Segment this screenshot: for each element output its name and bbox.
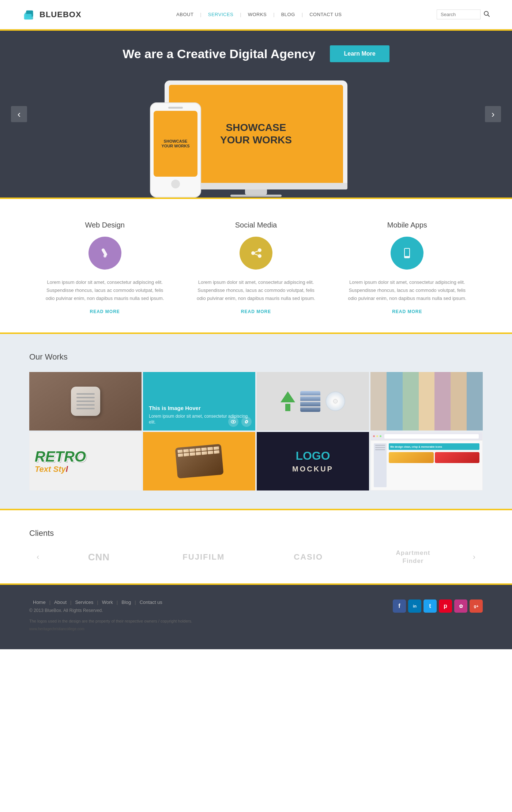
nav-blog[interactable]: BLOG (275, 12, 302, 17)
work-item-7[interactable]: LOGO MOCKUP (257, 432, 369, 490)
keyboard-icon (175, 444, 223, 479)
hero-top: We are a Creative Digital Agency Learn M… (123, 31, 389, 69)
main-nav: ABOUT | SERVICES | WORKS | BLOG | CONTAC… (170, 12, 348, 17)
clients-row: ‹ CNN FUJIFILM CASIO ApartmentFinder › (29, 549, 483, 565)
svg-point-9 (258, 254, 261, 258)
footer-link-about[interactable]: About (50, 599, 70, 605)
our-works-section: Our Works This is Image Hover (0, 332, 512, 509)
logo-text: BLUEBOX (39, 10, 82, 19)
social-facebook[interactable]: f (393, 599, 406, 613)
service-social-media: Social Media Lorem ipsum dolor sit amet,… (180, 221, 331, 314)
logo-mockup-text: LOGO (295, 449, 330, 463)
search-input[interactable] (437, 10, 481, 19)
work-item-4[interactable] (370, 372, 483, 431)
svg-line-12 (255, 254, 258, 255)
svg-rect-14 (405, 249, 409, 256)
footer-main: Home | About | Services | Work | Blog | … (29, 599, 483, 631)
service-social-media-read-more[interactable]: READ MORE (241, 309, 271, 314)
website-screenshot: We design clean, crisp & memorable icons (371, 432, 482, 490)
hero-prev-button[interactable]: ‹ (11, 106, 27, 122)
footer-link-services[interactable]: Services (71, 599, 97, 605)
hero-devices: SHOWCASEYOUR WORKS SHOWCASEYOUR WORKS (0, 69, 512, 198)
nav-contact[interactable]: CONTACT US (303, 12, 348, 17)
service-web-design-read-more[interactable]: READ MORE (90, 309, 120, 314)
search-icon (483, 11, 490, 17)
service-social-media-icon (240, 237, 272, 270)
clients-prev-button[interactable]: ‹ (29, 552, 46, 562)
work-item-6[interactable] (143, 432, 255, 490)
service-web-design-icon (89, 237, 121, 270)
arrow-icon (281, 391, 295, 411)
phone-screen-text: SHOWCASEYOUR WORKS (162, 139, 190, 149)
svg-point-8 (258, 248, 261, 252)
footer-link-blog[interactable]: Blog (118, 599, 135, 605)
hero-section: We are a Creative Digital Agency Learn M… (0, 29, 512, 198)
footer-disclaimer: The logos used in the design are the pro… (29, 619, 192, 623)
works-grid: This is Image Hover Lorem ipsum dolor si… (29, 372, 483, 490)
eye-icon (230, 419, 236, 425)
service-web-design-title: Web Design (85, 221, 125, 229)
hero-next-button[interactable]: › (485, 106, 501, 122)
paintbrush-icon (97, 245, 113, 261)
social-googleplus[interactable]: g+ (470, 599, 483, 613)
svg-rect-2 (24, 14, 32, 19)
client-logo-casio: CASIO (256, 552, 361, 562)
service-mobile-apps: Mobile Apps Lorem ipsum dolor sit amet, … (332, 221, 483, 314)
learn-more-button[interactable]: Learn More (330, 45, 389, 62)
social-instagram[interactable]: ✿ (454, 599, 467, 613)
client-logo-apartment: ApartmentFinder (361, 549, 465, 565)
client-logo-cnn: CNN (46, 552, 151, 563)
service-social-media-title: Social Media (235, 221, 277, 229)
work-item-5[interactable]: RETRO Text Styl (29, 432, 142, 490)
work-item-8[interactable]: We design clean, crisp & memorable icons (370, 432, 483, 490)
footer-link-work[interactable]: Work (98, 599, 117, 605)
footer-link-home[interactable]: Home (29, 599, 49, 605)
phone-device: SHOWCASEYOUR WORKS (150, 102, 201, 198)
service-web-design: Web Design Lorem ipsum dolor sit amet, c… (29, 221, 180, 314)
clients-next-button[interactable]: › (466, 552, 483, 562)
svg-point-10 (251, 251, 255, 255)
svg-line-11 (255, 251, 258, 252)
logo[interactable]: BLUEBOX (22, 8, 82, 22)
svg-point-17 (233, 421, 234, 422)
database-stack (300, 391, 320, 412)
hover-title: This is Image Hover (149, 405, 201, 411)
color-strips (370, 372, 483, 431)
clients-section: Clients ‹ CNN FUJIFILM CASIO ApartmentFi… (0, 509, 512, 583)
svg-point-15 (407, 257, 408, 258)
cd-icon (325, 391, 345, 411)
work-item-3[interactable] (257, 372, 369, 431)
logo-mockup-sub: MOCKUP (292, 465, 334, 473)
work-item-2[interactable]: This is Image Hover Lorem ipsum dolor si… (143, 372, 255, 431)
hover-action-icons (228, 417, 252, 427)
our-works-title: Our Works (29, 352, 483, 362)
service-social-media-text: Lorem ipsum dolor sit amet, consectetur … (195, 278, 317, 302)
client-logo-fujifilm: FUJIFILM (151, 552, 256, 562)
link-icon[interactable] (241, 417, 252, 427)
mobile-icon (399, 245, 415, 261)
social-pinterest[interactable]: p (439, 599, 452, 613)
svg-line-4 (488, 15, 490, 16)
work-item-1[interactable] (29, 372, 142, 431)
service-web-design-text: Lorem ipsum dolor sit amet, consectetur … (44, 278, 166, 302)
chain-icon (244, 419, 249, 424)
services-section: Web Design Lorem ipsum dolor sit amet, c… (0, 198, 512, 332)
search-button[interactable] (483, 11, 490, 19)
social-twitter[interactable]: t (423, 599, 437, 613)
footer-nav: Home | About | Services | Work | Blog | … (29, 599, 192, 605)
social-linkedin[interactable]: in (408, 599, 421, 613)
retro-sub-text: Text Styl (35, 465, 68, 474)
service-mobile-apps-read-more[interactable]: READ MORE (392, 309, 422, 314)
footer: Home | About | Services | Work | Blog | … (0, 583, 512, 649)
nav-about[interactable]: ABOUT (170, 12, 200, 17)
nav-works[interactable]: WORKS (241, 12, 274, 17)
laptop-screen-text: SHOWCASEYOUR WORKS (220, 121, 292, 146)
notebook-icon (71, 387, 100, 416)
footer-url: www.heritagechristiancollege.com (29, 627, 192, 631)
header: BLUEBOX ABOUT | SERVICES | WORKS | BLOG … (0, 0, 512, 29)
nav-services[interactable]: SERVICES (202, 12, 240, 17)
service-mobile-apps-text: Lorem ipsum dolor sit amet, consectetur … (346, 278, 468, 302)
retro-text: RETRO (35, 448, 86, 465)
view-icon[interactable] (228, 417, 238, 427)
footer-link-contact[interactable]: Contact us (136, 599, 166, 605)
